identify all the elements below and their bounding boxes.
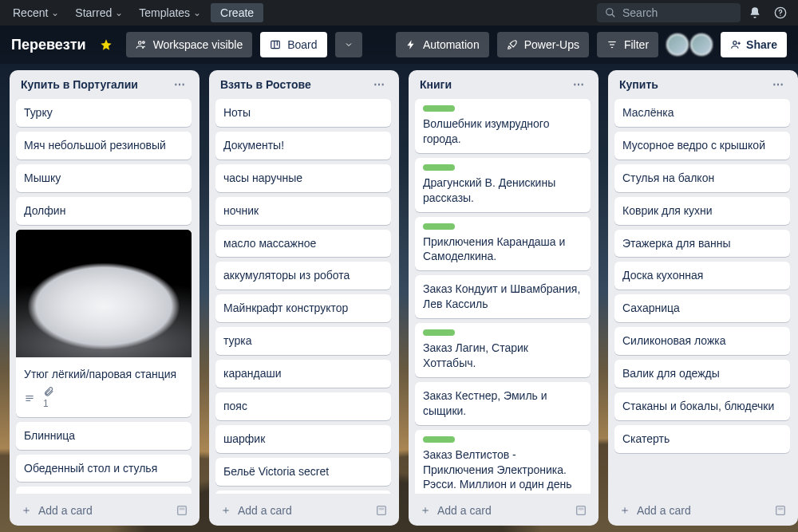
card[interactable]: Заказ Велтистов - Приключения Электроник…	[415, 430, 591, 494]
card[interactable]: Этажерка для ванны	[614, 230, 790, 258]
board-view-button[interactable]: Board	[260, 32, 326, 57]
card[interactable]: Любимую мочалку Кряк	[215, 491, 391, 494]
card-title: карандаши	[223, 366, 383, 381]
card[interactable]: Сахарница	[614, 294, 790, 322]
card-list: НотыДокументы!часы наручныеночникмасло м…	[215, 99, 393, 494]
card-title: Мяч небольшой резиновый	[24, 138, 184, 153]
search-input[interactable]: Search	[597, 3, 741, 22]
list-menu-button[interactable]: ⋯	[769, 78, 787, 91]
nav-starred[interactable]: Starred	[69, 3, 129, 22]
card-title: Приключения Карандаша и Самоделкина.	[423, 234, 583, 265]
help-button[interactable]	[769, 2, 792, 24]
card[interactable]: Мусорное ведро с крышкой	[614, 132, 790, 160]
add-card-button[interactable]: ＋ Add a card	[215, 499, 393, 519]
label-green[interactable]	[423, 105, 455, 112]
card-labels	[423, 329, 583, 336]
card[interactable]: Приключения Карандаша и Самоделкина.	[415, 217, 591, 271]
card-template-button[interactable]	[575, 504, 587, 517]
avatar[interactable]	[666, 33, 689, 56]
workspace-visibility-button[interactable]: Workspace visible	[126, 32, 253, 57]
card[interactable]: Стулья на балкон	[614, 164, 790, 192]
label-green[interactable]	[423, 329, 455, 336]
card[interactable]: Волшебник изумрудного города.	[415, 99, 591, 153]
card[interactable]: Бельё Victoria secret	[215, 458, 391, 486]
card[interactable]: Мышку	[16, 164, 192, 192]
add-card-button[interactable]: ＋ Add a card	[16, 499, 193, 519]
star-board-button[interactable]	[94, 33, 118, 57]
card-template-button[interactable]	[375, 504, 388, 517]
powerups-button[interactable]: Power-Ups	[497, 32, 589, 57]
card[interactable]: Ноты	[215, 99, 391, 127]
card[interactable]: аккумуляторы из робота	[215, 262, 391, 290]
create-button[interactable]: Create	[211, 3, 263, 22]
card[interactable]: карандаши	[215, 360, 391, 388]
board-header: Перевезти Workspace visible Board Automa…	[0, 26, 798, 64]
list-menu-button[interactable]: ⋯	[570, 78, 587, 91]
add-card-label: Add a card	[637, 504, 691, 517]
card-template-button[interactable]	[176, 504, 188, 517]
card[interactable]: Маслёнка	[614, 99, 790, 127]
user-plus-icon	[730, 39, 741, 50]
label-green[interactable]	[423, 164, 455, 171]
avatar[interactable]	[690, 33, 713, 56]
label-green[interactable]	[423, 436, 455, 443]
automation-button[interactable]: Automation	[396, 32, 489, 57]
card[interactable]: Стаканы и бокалы, блюдечки	[614, 392, 790, 420]
card[interactable]: Доска кухонная	[614, 262, 790, 290]
card[interactable]: Силиконовая ложка	[614, 327, 790, 355]
list-title[interactable]: Книги	[420, 78, 452, 91]
card-template-button[interactable]	[774, 504, 787, 517]
list-title[interactable]: Купить	[619, 78, 658, 91]
list-header: Купить в Португалии⋯	[16, 77, 193, 94]
share-button[interactable]: Share	[721, 32, 787, 57]
card[interactable]: Валик для одежды	[614, 360, 790, 388]
svg-rect-20	[379, 508, 385, 510]
add-card-button[interactable]: ＋ Add a card	[415, 499, 592, 519]
card[interactable]: Документы!	[215, 132, 391, 160]
svg-rect-18	[180, 508, 185, 510]
card[interactable]: пояс	[215, 392, 391, 420]
card[interactable]: турка	[215, 327, 391, 355]
card[interactable]: Долфин	[16, 197, 192, 225]
card[interactable]: Турку	[16, 99, 192, 127]
card[interactable]: ночник	[215, 197, 391, 225]
board-members[interactable]	[666, 33, 713, 56]
view-switcher-button[interactable]	[335, 32, 362, 57]
card[interactable]: Блинница	[16, 422, 192, 450]
svg-rect-5	[271, 41, 280, 48]
filter-button[interactable]: Filter	[597, 32, 658, 57]
card[interactable]: Утюг лёгкий/паровая станция 1	[16, 230, 192, 417]
notifications-button[interactable]	[744, 2, 766, 24]
card[interactable]: часы наручные	[215, 164, 391, 192]
list-menu-button[interactable]: ⋯	[370, 78, 388, 91]
list-title[interactable]: Купить в Португалии	[21, 78, 138, 91]
board-title[interactable]: Перевезти	[11, 37, 86, 53]
star-icon	[100, 38, 113, 51]
card-title: Документы!	[223, 138, 383, 153]
card-title: Волшебник изумрудного города.	[423, 116, 583, 147]
card[interactable]: Заказ Кондуит и Швамбрания, Лев Кассиль	[415, 275, 591, 318]
card[interactable]: Заказ Лагин, Старик Хоттабыч.	[415, 323, 591, 377]
card[interactable]: Заказ Кестнер, Эмиль и сыщики.	[415, 382, 591, 425]
nav-recent[interactable]: Recent	[6, 3, 65, 22]
card[interactable]: Мяч небольшой резиновый	[16, 132, 192, 160]
card-title: Блинница	[24, 428, 184, 443]
card-title: Бельё Victoria secret	[223, 464, 383, 479]
card[interactable]: Майнкрафт конструктор	[215, 294, 391, 322]
card[interactable]: Коврик для кухни	[614, 197, 790, 225]
nav-templates[interactable]: Templates	[132, 3, 207, 22]
card-title: Заказ Велтистов - Приключения Электроник…	[423, 447, 583, 494]
list-header: Купить⋯	[614, 77, 792, 94]
board-canvas[interactable]: Купить в Португалии⋯ТуркуМяч небольшой р…	[0, 64, 798, 532]
label-green[interactable]	[423, 223, 455, 230]
list-menu-button[interactable]: ⋯	[171, 78, 188, 91]
add-card-button[interactable]: ＋ Add a card	[614, 499, 792, 519]
card[interactable]: шарфик	[215, 425, 391, 453]
card[interactable]: Скатерть	[614, 425, 790, 453]
card-list: Волшебник изумрудного города.Драгунский …	[415, 99, 592, 494]
card[interactable]: Кровати и постельное бельё	[16, 487, 192, 494]
card[interactable]: Драгунский В. Денискины рассказы.	[415, 158, 591, 212]
card[interactable]: Обеденный стол и стулья	[16, 455, 192, 483]
list-title[interactable]: Взять в Ростове	[220, 78, 311, 91]
card[interactable]: масло массажное	[215, 230, 391, 258]
